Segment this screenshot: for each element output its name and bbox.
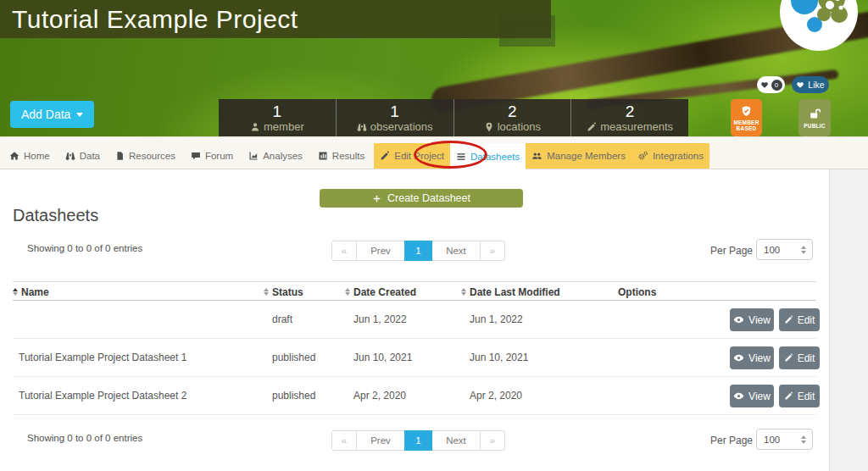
line-chart-icon: [248, 151, 259, 161]
comment-icon: [191, 151, 201, 161]
cell-date-created: Jun 10, 2021: [353, 339, 412, 377]
badge-line: PUBLIC: [804, 123, 825, 129]
heart-icon: [760, 80, 769, 89]
hero-banner: Tutorial Example Project: [0, 0, 868, 136]
stat-members: 1 member: [219, 99, 336, 136]
project-stats-bar: 1 member 1 observations 2 locations: [219, 99, 688, 136]
edit-label: Edit: [798, 391, 815, 402]
plus-icon: [372, 194, 381, 203]
tab-label: Analyses: [263, 151, 303, 161]
tab-integrations[interactable]: Integrations: [632, 143, 709, 169]
cell-date-created: Jun 1, 2022: [353, 301, 407, 339]
pagination-prev-button[interactable]: Prev: [356, 430, 405, 451]
stat-label-text: observations: [370, 120, 433, 133]
measurements-icon: [587, 122, 597, 132]
tab-datasheets[interactable]: Datasheets: [450, 143, 526, 169]
select-spinner-icon: [801, 435, 812, 444]
view-label: View: [748, 352, 771, 364]
tab-home[interactable]: Home: [3, 143, 56, 169]
tab-data[interactable]: Data: [59, 143, 106, 169]
tab-forum[interactable]: Forum: [185, 143, 239, 169]
add-data-button[interactable]: Add Data: [10, 101, 94, 128]
view-button[interactable]: View: [730, 308, 774, 331]
sort-icon: [461, 288, 466, 296]
pencil-icon: [784, 315, 793, 324]
edit-button[interactable]: Edit: [779, 308, 820, 331]
shield-check-icon: [740, 105, 753, 118]
tab-label: Home: [24, 151, 50, 161]
pagination-next-button[interactable]: Next: [431, 430, 481, 451]
stat-value: 1: [390, 103, 399, 120]
edit-button[interactable]: Edit: [779, 385, 820, 407]
like-count-pill[interactable]: 0: [757, 76, 785, 93]
column-header-options: Options: [618, 282, 656, 302]
datasheets-table: Name Status Date Created Date Last Modif…: [13, 281, 816, 415]
table-row: Tutorial Example Project Datasheet 2 pub…: [13, 377, 816, 415]
cell-status: published: [272, 377, 315, 415]
pagination-bottom: « Prev 1 Next »: [331, 430, 505, 451]
pagination-page-1[interactable]: 1: [404, 430, 432, 451]
pagination-first-button[interactable]: «: [331, 241, 357, 261]
pencil-icon: [784, 391, 793, 401]
member-icon: [250, 122, 260, 132]
column-header-status[interactable]: Status: [264, 282, 303, 302]
sort-icon: [345, 288, 350, 296]
sort-icon: [13, 288, 18, 296]
edit-button[interactable]: Edit: [779, 346, 820, 369]
home-icon: [9, 151, 19, 161]
stat-label-text: locations: [498, 120, 541, 133]
per-page-select[interactable]: 100: [756, 239, 813, 260]
pagination-prev-button[interactable]: Prev: [356, 241, 405, 261]
pagination-next-button[interactable]: Next: [431, 241, 481, 261]
table-row: draft Jun 1, 2022 Jun 1, 2022 View Edit: [13, 301, 816, 339]
create-datasheet-button[interactable]: Create Datasheet: [320, 189, 523, 208]
view-label: View: [748, 314, 771, 326]
column-header-date-modified[interactable]: Date Last Modified: [461, 282, 560, 302]
pencil-icon: [380, 151, 390, 161]
tab-analyses[interactable]: Analyses: [242, 143, 309, 169]
column-header-name[interactable]: Name: [13, 282, 49, 302]
cell-date-modified: Jun 1, 2022: [470, 301, 523, 339]
stat-label-text: measurements: [600, 120, 673, 133]
select-spinner-icon: [801, 246, 812, 254]
stat-value: 2: [508, 103, 517, 120]
showing-entries-top: Showing 0 to 0 of 0 entries: [27, 243, 142, 253]
tab-manage-members[interactable]: Manage Members: [526, 143, 632, 169]
column-header-label: Date Last Modified: [470, 286, 560, 298]
tab-resources[interactable]: Resources: [109, 143, 181, 169]
like-count: 0: [771, 80, 782, 91]
binoculars-icon: [65, 151, 75, 161]
create-datasheet-label: Create Datasheet: [387, 192, 470, 204]
project-navbar: Home Data Resources Forum Analyses Resul…: [0, 136, 868, 169]
like-button[interactable]: Like: [792, 76, 829, 93]
locations-icon: [484, 122, 494, 132]
member-based-badge: MEMBER BASED: [731, 99, 762, 136]
table-header-row: Name Status Date Created Date Last Modif…: [13, 281, 816, 301]
project-page: Tutorial Example Project: [0, 0, 868, 471]
column-header-label: Date Created: [353, 286, 416, 298]
table-row: Tutorial Example Project Datasheet 1 pub…: [13, 339, 816, 377]
tab-label: Results: [332, 151, 364, 161]
cell-date-modified: Apr 2, 2020: [470, 377, 522, 415]
view-button[interactable]: View: [730, 385, 774, 407]
tab-results[interactable]: Results: [312, 143, 370, 169]
pagination-last-button[interactable]: »: [480, 241, 505, 261]
pagination-page-1[interactable]: 1: [404, 241, 432, 261]
tab-label: Datasheets: [470, 152, 520, 162]
column-header-date-created[interactable]: Date Created: [345, 282, 416, 302]
pagination-last-button[interactable]: »: [480, 430, 505, 451]
badge-line: MEMBER: [733, 119, 759, 125]
add-data-label: Add Data: [21, 108, 70, 121]
page-header-title: Tutorial Example Project: [0, 5, 298, 34]
edit-label: Edit: [798, 314, 815, 326]
bar-chart-icon: [318, 151, 328, 161]
stat-value: 1: [273, 103, 282, 120]
citsci-logo[interactable]: [780, 0, 858, 51]
view-button[interactable]: View: [730, 346, 774, 369]
tab-edit-project[interactable]: Edit Project: [374, 143, 450, 169]
showing-entries-bottom: Showing 0 to 0 of 0 entries: [27, 433, 142, 443]
tab-label: Manage Members: [547, 151, 626, 161]
per-page-select[interactable]: 100: [756, 429, 813, 450]
stat-value: 2: [626, 103, 635, 120]
pagination-first-button[interactable]: «: [331, 430, 357, 451]
